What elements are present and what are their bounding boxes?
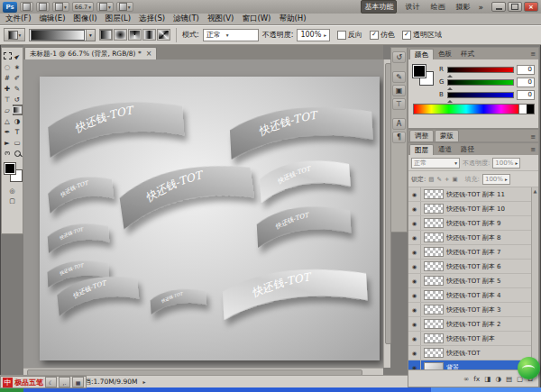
layer-name[interactable]: 快还钱-TOT 副本 11 bbox=[446, 190, 505, 199]
gradient-tool[interactable] bbox=[13, 105, 23, 115]
menu-item-7[interactable]: 窗口(W) bbox=[242, 14, 270, 24]
menu-item-0[interactable]: 文件(F) bbox=[5, 14, 32, 24]
layer-thumbnail[interactable] bbox=[424, 348, 444, 358]
visibility-eye-icon[interactable]: ◉ bbox=[408, 332, 421, 345]
lock-all-icon[interactable]: ▣ bbox=[452, 176, 457, 183]
eraser-tool[interactable]: ▱ bbox=[3, 105, 13, 115]
lock-position-icon[interactable]: + bbox=[445, 176, 449, 183]
menu-item-1[interactable]: 编辑(E) bbox=[40, 14, 66, 24]
menu-item-3[interactable]: 图层(L) bbox=[105, 14, 131, 24]
lasso-tool[interactable]: ◌ bbox=[3, 61, 13, 72]
zoom-tool[interactable] bbox=[13, 148, 23, 159]
visibility-eye-icon[interactable]: ◉ bbox=[408, 231, 421, 244]
rectangle-tool[interactable]: ▭ bbox=[13, 137, 23, 148]
layer-row-8[interactable]: ◉快还钱-TOT 副本 3 bbox=[408, 303, 538, 317]
brush-panel-icon[interactable]: ✎ bbox=[392, 71, 406, 83]
screen-mode-button[interactable]: ▾ bbox=[116, 2, 133, 12]
healing-brush-tool[interactable]: ✚ bbox=[3, 83, 13, 94]
close-button[interactable]: × bbox=[524, 2, 538, 12]
visibility-eye-icon[interactable]: ◉ bbox=[408, 317, 421, 331]
visibility-eye-icon[interactable]: ◉ bbox=[408, 245, 421, 259]
canvas-pasteboard[interactable]: 快还钱-TOT快还钱-TOT快还钱-TOT快还钱-TOT快还钱-TOT快还钱-T… bbox=[23, 59, 383, 368]
spectrum-black-swatch[interactable] bbox=[527, 105, 534, 114]
layer-thumbnail[interactable] bbox=[424, 290, 444, 300]
color-panel-tab-1[interactable]: 色板 bbox=[434, 49, 456, 59]
visibility-eye-icon[interactable]: ◉ bbox=[408, 274, 421, 287]
checkbox-2[interactable]: ✓ bbox=[402, 31, 411, 40]
ime-name[interactable]: 极品五笔 bbox=[14, 378, 43, 387]
dodge-tool[interactable]: ◑ bbox=[13, 115, 23, 126]
layer-row-6[interactable]: ◉快还钱-TOT 副本 5 bbox=[408, 274, 538, 288]
layer-thumbnail[interactable] bbox=[424, 232, 444, 242]
type-tool[interactable]: T bbox=[13, 126, 23, 137]
layer-name[interactable]: 快还钱-TOT 副本 8 bbox=[446, 233, 501, 242]
history-panel-icon[interactable]: ↺ bbox=[392, 51, 406, 63]
paragraph-panel-icon[interactable]: ¶ bbox=[392, 132, 406, 143]
info-panel-icon[interactable]: ⊤ bbox=[392, 98, 406, 110]
layer-row-5[interactable]: ◉快还钱-TOT 副本 6 bbox=[408, 260, 538, 274]
color-panel-tab-2[interactable]: 样式 bbox=[456, 49, 479, 59]
layer-row-0[interactable]: ◉快还钱-TOT 副本 11 bbox=[408, 187, 538, 202]
new-group-icon[interactable]: ▤ bbox=[506, 375, 512, 383]
radial-gradient-button[interactable] bbox=[114, 29, 127, 41]
menu-item-8[interactable]: 帮助(H) bbox=[279, 14, 306, 24]
layer-row-3[interactable]: ◉快还钱-TOT 副本 8 bbox=[408, 231, 538, 245]
clone-source-panel-icon[interactable]: ▣ bbox=[392, 85, 406, 96]
layer-thumbnail[interactable] bbox=[424, 218, 444, 228]
layer-row-1[interactable]: ◉快还钱-TOT 副本 10 bbox=[408, 202, 538, 216]
visibility-eye-icon[interactable]: ◉ bbox=[408, 360, 421, 369]
foreground-color-swatch[interactable] bbox=[413, 65, 426, 77]
brush-tool[interactable]: ✎ bbox=[13, 83, 23, 94]
spectrum-rainbow[interactable] bbox=[414, 105, 518, 114]
menu-item-4[interactable]: 选择(S) bbox=[139, 14, 165, 24]
screen-mode-toggle-button[interactable]: ▢ bbox=[2, 196, 23, 205]
move-tool[interactable]: ► bbox=[13, 50, 23, 61]
layer-name[interactable]: 快还钱-TOT bbox=[446, 349, 481, 358]
layer-thumbnail[interactable] bbox=[424, 189, 444, 199]
workspace-button-1[interactable]: 设计 bbox=[402, 1, 422, 13]
layers-panel-tab-2[interactable]: 路径 bbox=[456, 144, 479, 155]
ime-logo[interactable]: 中 bbox=[3, 378, 13, 387]
crop-tool[interactable]: # bbox=[3, 72, 13, 83]
collapsed-panel-tab-0[interactable]: 调整 bbox=[409, 130, 434, 142]
slider-track[interactable] bbox=[447, 92, 514, 98]
add-layer-mask-icon[interactable]: ◨ bbox=[484, 375, 491, 383]
workspace-button-0[interactable]: 基本功能 bbox=[361, 0, 397, 14]
slider-value-input[interactable]: 0 bbox=[517, 90, 535, 100]
arrange-documents-button[interactable]: ▾ bbox=[96, 2, 114, 12]
layer-thumbnail[interactable] bbox=[424, 362, 444, 369]
panel-menu-icon[interactable]: ≡ bbox=[530, 146, 536, 153]
layer-name[interactable]: 快还钱-TOT 副本 6 bbox=[446, 262, 501, 271]
layer-list-scrollbar[interactable]: ▲▼ bbox=[531, 187, 538, 369]
spectrum-white-swatch[interactable] bbox=[518, 105, 527, 114]
path-selection-tool[interactable]: ► bbox=[3, 137, 13, 148]
slider-track[interactable] bbox=[447, 79, 514, 86]
layer-row-11[interactable]: ◉快还钱-TOT bbox=[408, 346, 538, 360]
layer-name[interactable]: 快还钱-TOT 副本 9 bbox=[446, 219, 501, 228]
visibility-eye-icon[interactable]: ◉ bbox=[408, 216, 421, 230]
layer-thumbnail[interactable] bbox=[424, 261, 444, 271]
quick-selection-tool[interactable]: ∗ bbox=[13, 61, 23, 72]
close-tab-icon[interactable]: × bbox=[146, 50, 152, 58]
layer-thumbnail[interactable] bbox=[424, 276, 444, 286]
layer-thumbnail[interactable] bbox=[424, 319, 444, 329]
layer-name[interactable]: 快还钱-TOT 副本 7 bbox=[446, 248, 501, 257]
gradient-picker-arrow[interactable]: ▾ bbox=[86, 30, 95, 41]
layers-panel-tab-0[interactable]: 图层 bbox=[409, 144, 434, 155]
document-tab[interactable]: 未标题-1 @ 66.7% (背景, RGB/8) * × bbox=[24, 47, 157, 59]
layer-row-4[interactable]: ◉快还钱-TOT 副本 7 bbox=[408, 245, 538, 260]
slider-value-input[interactable]: 0 bbox=[517, 65, 535, 75]
layer-name[interactable]: 快还钱-TOT 副本 bbox=[446, 334, 495, 343]
restore-button[interactable] bbox=[508, 2, 522, 12]
angle-gradient-button[interactable] bbox=[128, 29, 142, 41]
layer-style-icon[interactable]: fx bbox=[473, 375, 480, 383]
diamond-gradient-button[interactable] bbox=[157, 29, 170, 41]
launch-bridge-button[interactable] bbox=[20, 2, 33, 12]
layers-opacity-input[interactable]: 100% ▸ bbox=[492, 158, 520, 169]
menu-item-6[interactable]: 视图(V) bbox=[207, 14, 234, 24]
layers-panel-tab-1[interactable]: 通道 bbox=[434, 144, 456, 155]
adjustment-layer-icon[interactable]: ◑ bbox=[495, 375, 501, 383]
pen-tool[interactable]: ✒ bbox=[3, 126, 13, 137]
layer-row-2[interactable]: ◉快还钱-TOT 副本 9 bbox=[408, 216, 538, 231]
checkbox-0[interactable] bbox=[337, 31, 346, 40]
